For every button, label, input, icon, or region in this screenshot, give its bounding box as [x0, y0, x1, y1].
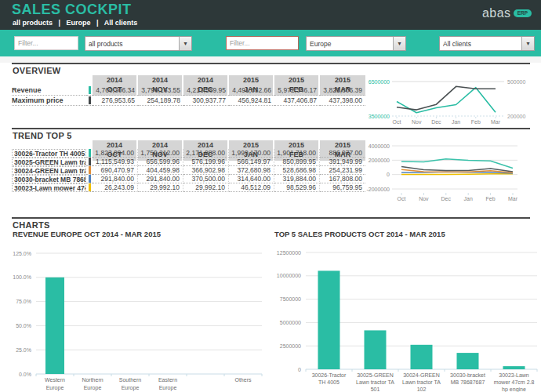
row-marker — [86, 158, 93, 166]
svg-text:Europe: Europe — [84, 385, 102, 391]
cell-value: 437,398.00 — [320, 96, 365, 106]
svg-text:hp engine: hp engine — [502, 387, 526, 392]
svg-text:0.0%: 0.0% — [19, 372, 31, 377]
bar-top5_products — [318, 270, 340, 369]
client-select-wrap: All clients ▾ — [439, 36, 535, 51]
cell-value: 1,990,170.00 — [229, 149, 274, 158]
spacer — [0, 56, 541, 63]
svg-text:Lawn tractor TA: Lawn tractor TA — [356, 379, 394, 385]
svg-text:Europe: Europe — [159, 385, 177, 391]
svg-text:Lawn tractor TA: Lawn tractor TA — [402, 379, 441, 385]
svg-text:10000000: 10000000 — [277, 273, 301, 278]
series-color-marker — [89, 166, 91, 174]
svg-text:30023-Lawn: 30023-Lawn — [499, 372, 529, 378]
svg-text:Feb: Feb — [486, 196, 496, 201]
cell-value: 1,823,094.00 — [93, 149, 138, 158]
series-color-marker — [89, 149, 91, 157]
svg-text:6500000: 6500000 — [369, 79, 390, 85]
svg-text:500000: 500000 — [507, 79, 525, 85]
charts-section-title: CHARTS — [13, 220, 50, 230]
cell-value: 314,640.00 — [229, 175, 274, 183]
cell-value: 366,902.98 — [183, 166, 229, 175]
top5-products-chart-title: TOP 5 SALES PRODUCTS OCT 2014 - MAR 2015 — [274, 230, 445, 238]
svg-text:2500000: 2500000 — [280, 343, 301, 349]
cell-value: 1,115,549.93 — [93, 158, 138, 166]
row-label: 30024-GREEN Lawn tractor TA 102 — [12, 166, 86, 175]
svg-text:75.0%: 75.0% — [16, 299, 31, 304]
svg-text:7500000: 7500000 — [280, 296, 301, 302]
revenue-europe-chart-title: REVENUE EUROPE OCT 2014 - MAR 2015 — [13, 230, 161, 238]
app-header: SALES COCKPIT all products | Europe | Al… — [0, 0, 541, 30]
series-color-marker — [89, 183, 91, 191]
bar-revenue_europe — [45, 278, 64, 374]
svg-text:Others: Others — [234, 377, 252, 383]
row-label: 30025-GREEN Lawn tractor TA 501 — [12, 158, 86, 166]
region-select[interactable]: Europe — [307, 37, 393, 50]
chevron-down-icon: ▾ — [179, 37, 191, 50]
cell-value: 291,840.00 — [93, 175, 138, 183]
row-label: 30023-Lawn mower 47cm 2.8 hp engine — [12, 183, 86, 192]
cell-value: 566,149.97 — [229, 158, 274, 166]
page-title: SALES COCKPIT — [12, 2, 132, 18]
chevron-down-icon: ▾ — [521, 37, 534, 50]
cell-value: 528,686.98 — [274, 166, 320, 175]
series-color-marker — [89, 96, 91, 104]
svg-text:Jan: Jan — [452, 119, 460, 125]
top5-products-bar-chart: 1250000010000000750000050000002500000030… — [270, 239, 541, 392]
svg-text:0: 0 — [298, 367, 301, 372]
cell-value: 370,500.00 — [183, 175, 229, 183]
cell-value: 404,459.98 — [138, 166, 183, 175]
cell-value: 690,470.97 — [93, 166, 138, 175]
active-filters-summary: all products | Europe | All clients — [13, 19, 137, 27]
cell-value: 4,760,306.34 — [93, 85, 138, 96]
svg-text:Nov: Nov — [412, 119, 422, 125]
trend-top5-table: 2014OCT2014NOV2014DEC2015JAN2015FEB2015M… — [12, 140, 365, 192]
trend-sparkline-chart: 400000020000000-2000000OctNovDecJanFebMa… — [362, 140, 541, 205]
product-filter-input[interactable] — [14, 36, 78, 50]
cell-value: 5,972,346.17 — [274, 85, 320, 96]
cell-value: 29,992.10 — [138, 183, 183, 192]
client-select[interactable]: All clients — [440, 37, 521, 50]
svg-text:Dec: Dec — [441, 196, 452, 201]
row-marker — [86, 85, 93, 96]
section-divider — [12, 217, 530, 219]
product-select[interactable]: all products — [85, 37, 179, 50]
filter-toolbar: all products ▾ Europe ▾ All clients ▾ — [0, 30, 541, 56]
svg-text:Southern: Southern — [119, 377, 142, 383]
cell-value: 167,808.00 — [320, 175, 365, 183]
bar-top5_products — [503, 366, 525, 369]
cell-value: 456,924.81 — [229, 96, 274, 106]
svg-text:12500000: 12500000 — [277, 250, 301, 256]
overview-table: 2014OCT2014NOV2014DEC2015JAN2015FEB2015M… — [12, 75, 365, 106]
cell-value: 850,899.95 — [274, 158, 320, 166]
svg-text:5000000: 5000000 — [280, 320, 301, 325]
svg-text:Oct: Oct — [393, 119, 401, 125]
svg-text:125.0%: 125.0% — [13, 251, 31, 256]
svg-text:100.0%: 100.0% — [13, 274, 31, 280]
bar-top5_products — [457, 353, 479, 369]
series-color-marker — [89, 86, 91, 94]
region-filter-input[interactable] — [226, 36, 299, 50]
series-color-marker — [89, 175, 91, 183]
row-marker — [86, 183, 93, 192]
svg-text:-2000000: -2000000 — [366, 187, 390, 192]
svg-text:Mar: Mar — [491, 119, 501, 125]
cell-value: 254,189.78 — [138, 96, 183, 106]
abas-logo-text: abas — [482, 6, 511, 20]
svg-text:Eastern: Eastern — [158, 377, 177, 383]
row-label: Maximum price — [12, 96, 86, 106]
svg-text:Dec: Dec — [431, 119, 441, 125]
cell-value: 319,884.00 — [274, 175, 320, 183]
overview-sparkline-chart: 65000003500000500000200000OctNovDecJanFe… — [362, 74, 541, 128]
svg-text:30026-Tractor: 30026-Tractor — [312, 372, 347, 378]
svg-text:3500000: 3500000 — [369, 114, 390, 119]
region-select-wrap: Europe ▾ — [306, 36, 406, 51]
cell-value: 4,213,589.95 — [183, 85, 229, 96]
cell-value: 3,821,806.39 — [320, 85, 365, 96]
cell-value: 4,491,832.66 — [229, 85, 274, 96]
cell-value: 98,529.96 — [274, 183, 320, 192]
product-select-wrap: all products ▾ — [85, 36, 192, 51]
row-label: Revenue — [12, 85, 86, 96]
svg-text:30025-GREEN: 30025-GREEN — [357, 372, 394, 378]
row-label: 30030-bracket MB 78687687 — [12, 175, 86, 183]
